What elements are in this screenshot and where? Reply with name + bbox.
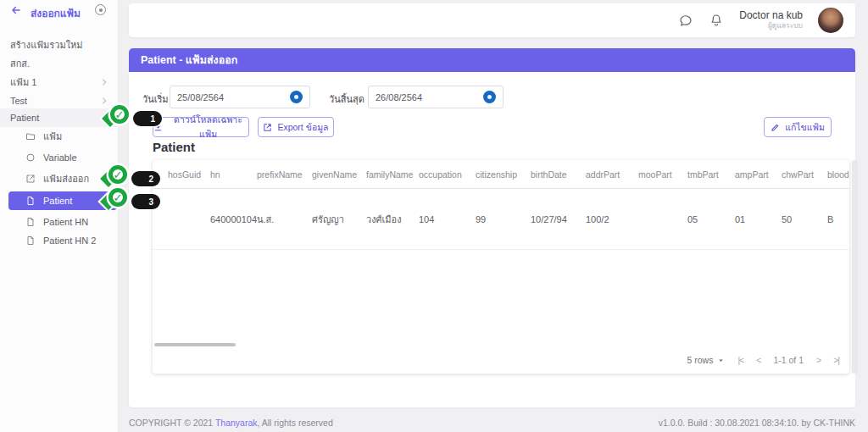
cell-addrPart: 100/2 <box>586 214 638 224</box>
back-arrow-icon[interactable] <box>10 4 22 16</box>
circle-icon <box>25 152 36 163</box>
column-header[interactable]: ampPart <box>735 169 782 180</box>
start-date-input[interactable]: 25/08/2564 <box>170 86 310 108</box>
cell-givenName: ศรัญญา <box>312 212 366 227</box>
annotation-marker-1: 1 ✓ <box>101 104 164 133</box>
sidebar-item-label: แฟ้ม <box>43 129 62 144</box>
sidebar-item-file-1[interactable]: แฟ้ม 1 <box>0 73 119 91</box>
end-date-label: วันสิ้นสุด <box>329 91 364 107</box>
cell-chwPart: 50 <box>782 214 827 224</box>
sidebar-header: ส่งออกแฟ้ม <box>0 0 118 20</box>
edit-file-label: แก้ไขแฟ้ม <box>785 120 825 135</box>
column-header[interactable]: citizenship <box>476 169 531 180</box>
marker-number-badge: 2 <box>131 171 160 186</box>
caret-down-icon <box>717 357 725 364</box>
pin-target-icon[interactable] <box>95 4 106 15</box>
cell-hn: 640000104 <box>210 214 257 224</box>
user-menu[interactable]: Doctor na kub ผู้ดูแลระบบ <box>739 10 803 30</box>
column-header[interactable]: familyName <box>366 169 419 180</box>
column-header[interactable]: tmbPart <box>687 169 735 180</box>
table-header-row: hosGuid hn prefixName givenName familyNa… <box>153 160 849 189</box>
sidebar-item-label: Patient HN <box>43 217 88 227</box>
cell-occupation: 104 <box>419 214 476 224</box>
check-icon: ✓ <box>110 105 129 124</box>
end-date-input[interactable]: 26/08/2564 <box>368 86 504 108</box>
sidebar: ส่งออกแฟ้ม สร้างแฟ้มรวมใหม่ สกส. แฟ้ม 1 … <box>0 0 119 432</box>
copyright-suffix: , All rights reserved <box>258 418 333 428</box>
sidebar-item-label: Test <box>10 96 27 106</box>
page-banner: Patient - แฟ้มส่งออก <box>129 48 855 72</box>
main-card: วันเริ่ม 25/08/2564 วันสิ้นสุด 26/08/256… <box>129 72 855 407</box>
sidebar-item-label: แฟ้มส่งออก <box>43 171 89 186</box>
export-data-label: Export ข้อมูล <box>277 120 328 135</box>
annotation-marker-3: 3 ✓ <box>99 187 163 216</box>
column-header[interactable]: hn <box>210 169 257 180</box>
patient-table: hosGuid hn prefixName givenName familyNa… <box>153 160 849 374</box>
sidebar-item-label: สร้างแฟ้มรวมใหม่ <box>10 37 83 53</box>
version-text: v1.0.0. Build : 30.08.2021 08:34:10. by … <box>659 418 855 428</box>
file-icon <box>25 217 36 227</box>
sidebar-item-create-new-file[interactable]: สร้างแฟ้มรวมใหม่ <box>0 36 119 54</box>
copyright-link[interactable]: Thanyarak <box>215 418 258 428</box>
sidebar-item-label: Patient <box>10 113 39 123</box>
topbar: Doctor na kub ผู้ดูแลระบบ <box>129 3 855 37</box>
copyright-text: COPYRIGHT © 2021 Thanyarak, All rights r… <box>129 418 333 428</box>
sidebar-title: ส่งออกแฟ้ม <box>31 5 81 21</box>
export-icon <box>263 123 272 132</box>
file-icon <box>25 235 36 246</box>
prev-page-button[interactable]: < <box>756 355 760 365</box>
cell-prefixName: น.ส. <box>257 212 312 227</box>
column-header[interactable]: prefixName <box>257 169 312 180</box>
column-header[interactable]: birthDate <box>531 169 586 180</box>
chevron-right-icon <box>100 78 108 86</box>
marker-number-badge: 3 <box>131 194 160 209</box>
last-page-button[interactable]: >| <box>833 355 839 365</box>
next-page-button[interactable]: > <box>816 355 821 365</box>
clear-date-icon[interactable] <box>290 91 303 103</box>
cell-bloodGroup: B <box>827 214 849 224</box>
column-header[interactable]: occupation <box>419 169 476 180</box>
table-title: Patient <box>153 140 195 154</box>
user-name: Doctor na kub <box>739 10 803 22</box>
sidebar-item-label: Patient HN 2 <box>43 235 96 246</box>
sidebar-item-label: Variable <box>43 152 77 163</box>
column-header[interactable]: hosGuid <box>168 169 210 180</box>
start-date-value: 25/08/2564 <box>177 92 290 102</box>
folder-icon <box>25 131 36 141</box>
marker-number-badge: 1 <box>133 111 162 126</box>
cell-tmbPart: 05 <box>687 214 735 224</box>
bell-icon[interactable] <box>709 13 724 28</box>
column-header[interactable]: bloodGroup <box>827 169 849 180</box>
end-date-value: 26/08/2564 <box>376 92 483 102</box>
column-header[interactable]: addrPart <box>586 169 638 180</box>
horizontal-scrollbar[interactable] <box>154 343 236 346</box>
pencil-icon <box>771 123 780 132</box>
file-icon <box>25 196 36 206</box>
pagination: 5 rows |< < 1-1 of 1 > >| <box>687 346 839 374</box>
sidebar-item-sks[interactable]: สกส. <box>0 54 119 73</box>
column-header[interactable]: givenName <box>312 169 366 180</box>
chat-icon[interactable] <box>678 13 693 28</box>
cell-birthDate: 10/27/94 <box>531 214 586 224</box>
column-header[interactable]: mooPart <box>638 169 687 180</box>
table-row[interactable]: 640000104 น.ส. ศรัญญา วงศ์เมือง 104 99 1… <box>153 189 849 250</box>
clear-date-icon[interactable] <box>483 91 496 103</box>
cell-citizenship: 99 <box>476 214 531 224</box>
export-data-button[interactable]: Export ข้อมูล <box>258 117 334 137</box>
page-range: 1-1 of 1 <box>773 355 804 365</box>
rows-per-page-select[interactable]: 5 rows <box>687 355 725 365</box>
copyright-prefix: COPYRIGHT © 2021 <box>129 418 215 428</box>
user-role: ผู้ดูแลระบบ <box>739 22 803 30</box>
vertical-scrollbar[interactable] <box>852 160 858 374</box>
edit-file-button[interactable]: แก้ไขแฟ้ม <box>764 117 832 137</box>
cell-ampPart: 01 <box>735 214 782 224</box>
sidebar-item-label: สกส. <box>10 56 30 71</box>
column-header[interactable]: chwPart <box>782 169 827 180</box>
page-title: Patient - แฟ้มส่งออก <box>141 52 237 69</box>
sidebar-item-label: แฟ้ม 1 <box>10 75 36 90</box>
download-file-button[interactable]: ดาวน์โหลดเฉพาะแฟ้ม <box>153 117 249 137</box>
first-page-button[interactable]: |< <box>737 355 743 365</box>
sidebar-item-patient-hn-2[interactable]: Patient HN 2 <box>0 231 119 250</box>
avatar[interactable] <box>818 8 843 33</box>
rows-per-page-value: 5 rows <box>687 355 713 365</box>
